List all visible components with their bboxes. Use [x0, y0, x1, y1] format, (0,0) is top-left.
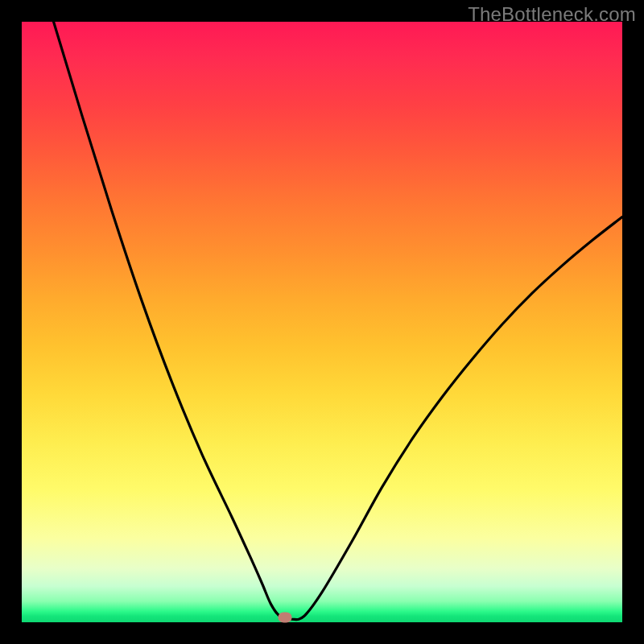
watermark-text: TheBottleneck.com	[468, 3, 636, 26]
bottleneck-curve	[22, 0, 622, 620]
chart-frame: TheBottleneck.com	[0, 0, 644, 644]
optimal-point-marker	[278, 613, 291, 623]
curve-layer	[22, 22, 622, 622]
